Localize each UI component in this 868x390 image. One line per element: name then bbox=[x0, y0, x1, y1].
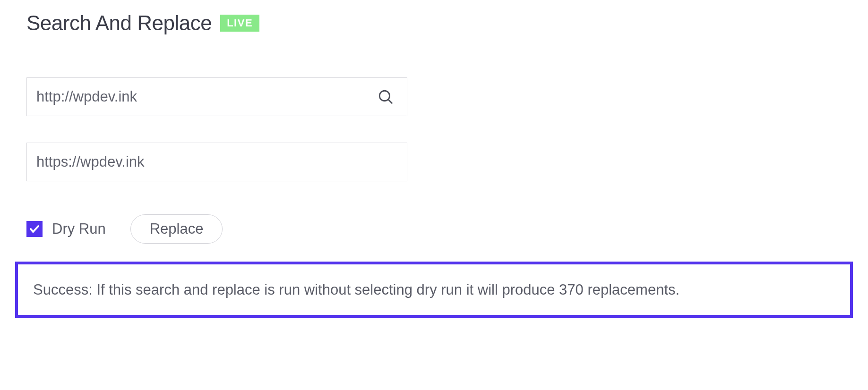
environment-badge: LIVE bbox=[220, 15, 259, 32]
replace-button[interactable]: Replace bbox=[130, 214, 223, 244]
dry-run-checkbox[interactable] bbox=[26, 221, 43, 237]
dry-run-checkbox-wrap: Dry Run bbox=[26, 220, 106, 237]
replace-input[interactable] bbox=[36, 153, 397, 170]
status-box: Success: If this search and replace is r… bbox=[15, 262, 853, 318]
page-title: Search And Replace bbox=[26, 11, 212, 35]
svg-point-0 bbox=[379, 91, 389, 101]
search-icon bbox=[378, 89, 394, 105]
page-header: Search And Replace LIVE bbox=[26, 11, 842, 35]
actions-row: Dry Run Replace bbox=[26, 214, 842, 244]
dry-run-label[interactable]: Dry Run bbox=[52, 220, 106, 237]
status-message: Success: If this search and replace is r… bbox=[33, 280, 835, 300]
replace-field-row bbox=[26, 143, 407, 181]
search-field-row bbox=[26, 77, 407, 116]
svg-line-1 bbox=[388, 100, 392, 103]
search-input[interactable] bbox=[36, 88, 373, 105]
